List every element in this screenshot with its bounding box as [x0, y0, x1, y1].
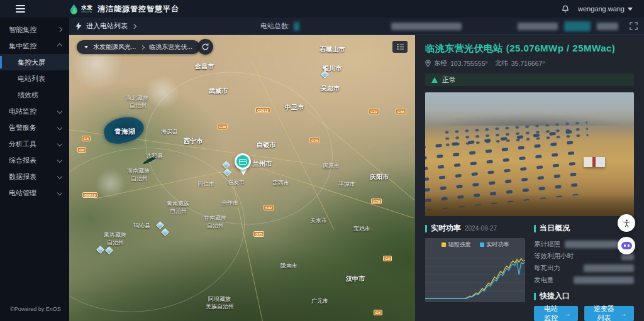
map-label: 自治州: [130, 102, 147, 110]
enter-station-list-label: 进入电站列表: [86, 21, 128, 31]
user-name: wengang.wang: [578, 5, 625, 13]
sidebar-item-5[interactable]: 电站监控: [0, 103, 69, 119]
user-menu[interactable]: wengang.wang: [578, 5, 633, 13]
station-monitor-label: 电站监控: [541, 304, 561, 321]
map-label: 天水市: [310, 217, 327, 225]
accessibility-button[interactable]: [618, 214, 635, 232]
road-shield: G22: [369, 109, 379, 114]
sidebar-item-label: 综合报表: [9, 156, 36, 165]
chevron-right-icon: [131, 23, 136, 28]
chevron-down-icon: [57, 174, 62, 179]
station-detail-panel: 临洮东营光伏电站 (25.076MWp / 25MWac) 东经 103.755…: [415, 35, 644, 321]
road-shield: G6: [82, 136, 91, 141]
map-canvas[interactable]: 石嘴山市银川市吴忠市中卫市金昌市武威市西宁市海晏县共和县玛沁县海北藏族自治州青海…: [69, 35, 415, 321]
road-shield: G5: [374, 310, 382, 315]
chevron-down-icon: [57, 125, 62, 130]
sidebar-item-0[interactable]: 智能集控: [0, 21, 69, 38]
map-label: 海北藏族: [126, 94, 148, 102]
chevron-down-icon: [628, 8, 633, 11]
chevron-right-icon: [57, 27, 62, 32]
lon-value: 103.755555°: [450, 60, 488, 67]
breadcrumb-group[interactable]: 水发能源风光...: [93, 43, 136, 52]
today-row-label: 发电量: [534, 276, 554, 285]
chevron-down-icon: [57, 141, 62, 146]
realtime-power-section: 实时功率 2024-09-27 辐照强度 实时功率: [425, 223, 525, 321]
map-label: 金昌市: [195, 62, 214, 71]
station-monitor-button[interactable]: 电站监控 →: [534, 306, 578, 321]
assistant-robot-button[interactable]: [618, 237, 635, 254]
station-map-pin[interactable]: [234, 153, 253, 177]
status-badge: 正常: [425, 73, 634, 86]
powered-by-label: ©Powered by EnOS: [0, 306, 69, 321]
sidebar-item-7[interactable]: 分析工具: [0, 136, 69, 152]
sidebar-item-3[interactable]: 电站列表: [0, 70, 69, 87]
map-label: 平凉市: [338, 180, 355, 188]
fullscreen-icon[interactable]: [630, 22, 638, 30]
lon-label: 东经: [434, 59, 447, 68]
road-shield: G70: [371, 199, 382, 204]
today-row: 每瓦出力: [534, 262, 634, 274]
legend-swatch-irradiance: [441, 242, 446, 247]
sidebar-item-label: 电站列表: [18, 74, 45, 84]
sidebar-item-label: 智能集控: [9, 25, 36, 35]
section-bar: [534, 225, 536, 232]
map-legend-toggle[interactable]: [392, 41, 408, 53]
breadcrumb-station[interactable]: 临洮东营光伏...: [149, 43, 192, 52]
chevron-down-icon: [57, 190, 62, 195]
enter-station-list-button[interactable]: 进入电站列表: [75, 21, 136, 31]
road-shield: G5: [383, 256, 392, 261]
sidebar-item-label: 绩效榜: [18, 90, 38, 100]
redacted-block: [391, 23, 462, 30]
section-bar: [425, 225, 427, 232]
arrow-right-icon: →: [620, 310, 627, 317]
realtime-chart-svg: [425, 250, 525, 302]
station-title: 临洮东营光伏电站 (25.076MWp / 25MWac): [425, 43, 634, 55]
robot-icon: [621, 242, 632, 249]
legend-label-power: 实时功率: [487, 241, 509, 249]
redacted-block: [564, 21, 591, 31]
redacted-block: [597, 23, 618, 30]
brand-logo: 水发 SHUIFA: [69, 4, 92, 14]
notification-bell-icon[interactable]: [557, 4, 574, 13]
map-breadcrumb[interactable]: 水发能源风光... 临洮东营光伏...: [77, 40, 200, 54]
redacted-value: [584, 264, 634, 272]
sidebar-item-9[interactable]: 数据报表: [0, 168, 69, 185]
refresh-button[interactable]: [197, 39, 213, 55]
section-bar: [534, 293, 536, 300]
status-text: 正常: [442, 75, 456, 85]
sidebar-item-4[interactable]: 绩效榜: [0, 87, 69, 103]
sidebar-item-label: 集中监控: [9, 41, 36, 51]
lat-label: 北纬: [495, 59, 508, 68]
map-label: 羌族自治州: [206, 303, 234, 311]
station-cube-marker[interactable]: [321, 70, 329, 79]
sidebar-item-6[interactable]: 告警服务: [0, 119, 69, 136]
redacted-block: [518, 23, 558, 30]
chevron-right-icon: [140, 45, 145, 49]
sidebar-item-8[interactable]: 综合报表: [0, 152, 69, 168]
sidebar-item-2[interactable]: 集控大屏: [0, 54, 69, 70]
realtime-power-date: 2024-09-27: [465, 225, 497, 232]
logo-subtext: SHUIFA: [81, 11, 92, 13]
legend-label-irradiance: 辐照强度: [448, 241, 471, 249]
sidebar: 智能集控集中监控集控大屏电站列表绩效榜电站监控告警服务分析工具综合报表数据报表电…: [0, 18, 69, 321]
sidebar-item-label: 数据报表: [9, 172, 36, 182]
realtime-power-chart: 辐照强度 实时功率: [425, 238, 525, 302]
map-label: 陇南市: [280, 262, 297, 270]
map-label: 吴忠市: [321, 84, 340, 93]
station-coordinates: 东经 103.755555° 北纬 35.716667°: [425, 59, 634, 68]
sidebar-item-10[interactable]: 电站管理: [0, 185, 69, 201]
realtime-power-title: 实时功率: [431, 223, 461, 234]
sidebar-item-label: 分析工具: [9, 139, 36, 149]
redacted-value: [574, 276, 634, 284]
today-row: 发电量: [534, 274, 634, 286]
menu-icon[interactable]: [0, 5, 40, 13]
legend-swatch-power: [480, 242, 484, 247]
chevron-down-icon: [57, 109, 62, 114]
map-label: 广元市: [311, 297, 328, 305]
map-label: 石嘴山市: [319, 45, 345, 54]
today-row-label: 等效利用小时: [534, 252, 574, 261]
inverter-list-button[interactable]: 逆变器列表 →: [584, 306, 634, 321]
sidebar-item-1[interactable]: 集中监控: [0, 38, 69, 54]
road-shield: G6: [77, 147, 86, 153]
today-row-label: 累计辐照: [534, 240, 560, 249]
